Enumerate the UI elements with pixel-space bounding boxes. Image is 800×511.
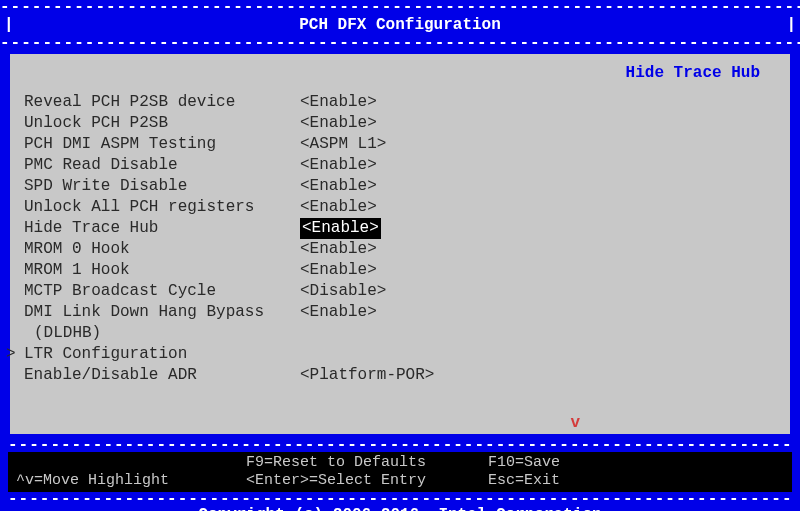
option-row[interactable]: Unlock All PCH registers<Enable> [24, 197, 776, 218]
footer: ----------------------------------------… [8, 438, 792, 506]
help-esc: Esc=Exit [488, 472, 560, 490]
border-pipe-right: | [786, 14, 796, 36]
title-bar: | PCH DFX Configuration | [0, 14, 800, 36]
page-title: PCH DFX Configuration [299, 16, 501, 34]
option-row[interactable]: MROM 0 Hook<Enable> [24, 239, 776, 260]
help-f10: F10=Save [488, 454, 560, 472]
scroll-down-indicator-icon: v [570, 414, 580, 432]
submenu-label: LTR Configuration [24, 344, 300, 365]
help-row-2: ^v=Move Highlight <Enter>=Select Entry E… [16, 472, 784, 490]
main-panel: Hide Trace Hub Reveal PCH P2SB device<En… [8, 54, 792, 434]
option-label: MROM 1 Hook [24, 260, 300, 281]
border-pipe-left: | [4, 14, 14, 36]
option-value: <Disable> [300, 281, 386, 302]
help-enter: <Enter>=Select Entry [246, 472, 488, 490]
label-continuation: (DLDHB) [24, 323, 776, 344]
option-value: <Enable> [300, 92, 377, 113]
help-row-1: F9=Reset to Defaults F10=Save [16, 454, 784, 472]
bios-screen: ----------------------------------------… [0, 0, 800, 511]
option-label: SPD Write Disable [24, 176, 300, 197]
option-value: <Enable> [300, 197, 377, 218]
option-label: Hide Trace Hub [24, 218, 300, 239]
option-row[interactable]: MCTP Broadcast Cycle<Disable> [24, 281, 776, 302]
copyright-text: Copyright (c) 2006-2016, Intel Corporati… [198, 506, 601, 511]
option-list: Reveal PCH P2SB device<Enable>Unlock PCH… [24, 92, 776, 323]
option-value: <Enable> [300, 260, 377, 281]
top-border-dashes: ----------------------------------------… [0, 0, 800, 14]
option-label: PMC Read Disable [24, 155, 300, 176]
help-panel: F9=Reset to Defaults F10=Save ^v=Move Hi… [8, 452, 792, 492]
option-value: <Enable> [300, 239, 377, 260]
option-label: Reveal PCH P2SB device [24, 92, 300, 113]
copyright-line: ----Copyright (c) 2006-2016, Intel Corpo… [0, 506, 800, 511]
option-label: PCH DMI ASPM Testing [24, 134, 300, 155]
option-label: Unlock All PCH registers [24, 197, 300, 218]
help-f9: F9=Reset to Defaults [246, 454, 488, 472]
option-label: MROM 0 Hook [24, 239, 300, 260]
option-label: DMI Link Down Hang Bypass [24, 302, 300, 323]
option-value: <Platform-POR> [300, 365, 434, 386]
option-value: <Enable> [300, 113, 377, 134]
option-row[interactable]: SPD Write Disable<Enable> [24, 176, 776, 197]
option-row[interactable]: PMC Read Disable<Enable> [24, 155, 776, 176]
option-row[interactable]: PCH DMI ASPM Testing<ASPM L1> [24, 134, 776, 155]
option-value: <ASPM L1> [300, 134, 386, 155]
option-enable-disable-adr[interactable]: Enable/Disable ADR <Platform-POR> [24, 365, 776, 386]
option-description: Hide Trace Hub [626, 64, 760, 82]
option-label: MCTP Broadcast Cycle [24, 281, 300, 302]
submenu-ltr-configuration[interactable]: LTR Configuration [24, 344, 776, 365]
option-value: <Enable> [300, 302, 377, 323]
option-value: <Enable> [300, 176, 377, 197]
option-label: Unlock PCH P2SB [24, 113, 300, 134]
option-row[interactable]: Unlock PCH P2SB<Enable> [24, 113, 776, 134]
option-row[interactable]: MROM 1 Hook<Enable> [24, 260, 776, 281]
help-move: ^v=Move Highlight [16, 472, 246, 490]
option-row[interactable]: Reveal PCH P2SB device<Enable> [24, 92, 776, 113]
option-value: <Enable> [300, 155, 377, 176]
option-row[interactable]: Hide Trace Hub<Enable> [24, 218, 776, 239]
help-empty [16, 454, 246, 472]
option-value: <Enable> [300, 218, 381, 239]
option-row[interactable]: DMI Link Down Hang Bypass<Enable> [24, 302, 776, 323]
option-label: Enable/Disable ADR [24, 365, 300, 386]
help-bottom-dashes: ----------------------------------------… [8, 492, 792, 506]
help-top-dashes: ----------------------------------------… [8, 438, 792, 452]
title-under-dashes: ----------------------------------------… [0, 36, 800, 50]
